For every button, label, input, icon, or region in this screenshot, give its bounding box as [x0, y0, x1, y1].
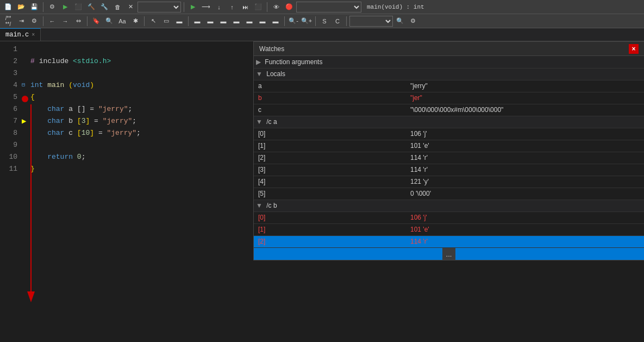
- ind-10: [22, 151, 30, 163]
- ca-1-name: [1]: [254, 140, 406, 152]
- expand-locals[interactable]: ▼: [256, 70, 262, 78]
- run-btn[interactable]: ▶: [59, 1, 71, 13]
- indent-btn[interactable]: ⇥: [15, 15, 27, 27]
- ca-4-row[interactable]: [4] 121 'y': [254, 176, 644, 188]
- sep4: [43, 16, 43, 26]
- zoom-in-btn[interactable]: 🔍+: [301, 15, 312, 27]
- settings-btn[interactable]: ⚙: [46, 1, 58, 13]
- open-btn[interactable]: 📂: [15, 1, 27, 13]
- line-num-3: 3: [0, 67, 17, 79]
- var-c-value: "\000\000\000x#m\000\000\000": [406, 104, 569, 116]
- ind-1: [22, 43, 30, 55]
- expand-c-b[interactable]: ▼: [256, 202, 262, 209]
- function-args-row: ▶ Function arguments: [254, 56, 644, 68]
- cb-1-row[interactable]: [1] 101 'e': [254, 223, 644, 235]
- watch-btn[interactable]: 👁: [270, 1, 282, 13]
- ca-3-row[interactable]: [3] 114 'r': [254, 164, 644, 176]
- line-indicators: ⊟ ▶: [22, 41, 30, 342]
- sep7: [188, 16, 189, 26]
- c-a-extra: [569, 116, 644, 128]
- search-btn[interactable]: 🔍: [103, 15, 115, 27]
- S-btn[interactable]: S: [318, 15, 330, 27]
- line-num-8: 8: [0, 127, 17, 139]
- watches-footer-dots-btn[interactable]: ...: [442, 248, 455, 260]
- cb-2-row[interactable]: [2] 114 'r': [254, 235, 644, 247]
- options-btn[interactable]: ⚙: [28, 15, 40, 27]
- clean-btn[interactable]: 🗑: [111, 1, 123, 13]
- comment-btn[interactable]: /** **/: [2, 15, 14, 27]
- b4[interactable]: ▬: [230, 15, 242, 27]
- expand-c-a[interactable]: ▼: [256, 118, 262, 126]
- ca-5-row[interactable]: [5] 0 '\000': [254, 188, 644, 200]
- ca-0-extra: [569, 128, 644, 140]
- find-btn[interactable]: 🔍: [394, 15, 406, 27]
- new-file-btn[interactable]: 📄: [2, 1, 14, 13]
- ca-1-extra: [569, 140, 644, 152]
- var-c-row[interactable]: c "\000\000\000x#m\000\000\000": [254, 104, 644, 116]
- b2[interactable]: ▬: [204, 15, 216, 27]
- breakpoint-icon: [22, 96, 28, 102]
- asterisk-btn[interactable]: ✱: [129, 15, 141, 27]
- var-b-value: "jer": [406, 92, 569, 104]
- b7[interactable]: ▬: [270, 15, 282, 27]
- debug-next-btn[interactable]: ⟶: [200, 1, 212, 13]
- b3[interactable]: ▬: [217, 15, 229, 27]
- jump-btn[interactable]: ⇔: [72, 15, 84, 27]
- var-a-row[interactable]: a "jerry": [254, 80, 644, 92]
- tab-main-c[interactable]: main.c ×: [0, 28, 41, 41]
- watches-close-btn[interactable]: ×: [629, 44, 639, 54]
- line-num-11: 11: [0, 163, 17, 175]
- C-btn[interactable]: C: [332, 15, 343, 27]
- zoom-out-btn[interactable]: 🔍-: [287, 15, 299, 27]
- ca-1-row[interactable]: [1] 101 'e': [254, 140, 644, 152]
- debug-step-out-btn[interactable]: ↑: [226, 1, 238, 13]
- debug-stop-btn[interactable]: ⬛: [252, 1, 264, 13]
- debug-build-btn[interactable]: 🔧: [98, 1, 110, 13]
- debug-continue-btn[interactable]: ⏭: [239, 1, 251, 13]
- scope-dropdown[interactable]: <global>: [296, 2, 361, 13]
- forward-btn[interactable]: →: [59, 15, 71, 27]
- ind-5-breakpoint[interactable]: [22, 91, 30, 103]
- abort-btn[interactable]: ✕: [124, 1, 136, 13]
- debug-mode-dropdown[interactable]: Debug: [137, 2, 181, 13]
- tab-bar: main.c ×: [0, 28, 644, 41]
- var-b-row[interactable]: b "jer": [254, 92, 644, 104]
- find-dropdown[interactable]: [349, 16, 393, 27]
- code-content[interactable]: # include <stdio.h> int main (void) { ch…: [30, 41, 250, 342]
- save-btn[interactable]: 💾: [28, 1, 40, 13]
- bookmark-btn[interactable]: 🔖: [90, 15, 102, 27]
- line-2: [30, 69, 35, 77]
- stop-btn[interactable]: ⬛: [72, 1, 84, 13]
- expand-func-args[interactable]: ▶: [256, 58, 261, 66]
- debug-run-btn[interactable]: ▶: [187, 1, 199, 13]
- ca-0-name: [0]: [254, 128, 406, 140]
- sep8: [284, 16, 285, 26]
- watches-footer-input-area[interactable]: [254, 248, 442, 260]
- debug-step-btn[interactable]: ↓: [213, 1, 225, 13]
- b5[interactable]: ▬: [243, 15, 255, 27]
- code-editor[interactable]: 1 2 3 4 5 6 7 8 9 10 11 ⊟: [0, 41, 250, 342]
- back-btn[interactable]: ←: [46, 15, 58, 27]
- ca-2-name: [2]: [254, 152, 406, 164]
- watches-footer-right-area[interactable]: [455, 248, 644, 260]
- cursor-btn[interactable]: ↖: [147, 15, 159, 27]
- rect-btn[interactable]: ▭: [160, 15, 172, 27]
- font-btn[interactable]: Aa: [116, 15, 128, 27]
- cb-0-row[interactable]: [0] 106 'j': [254, 212, 644, 223]
- col-btn[interactable]: ▬: [173, 15, 185, 27]
- b6[interactable]: ▬: [257, 15, 268, 27]
- ca-4-value: 121 'y': [406, 176, 569, 188]
- b1[interactable]: ▬: [191, 15, 203, 27]
- cb-2-name: [2]: [254, 235, 406, 247]
- var-c-extra: [569, 104, 644, 116]
- breakpoints-btn[interactable]: 🔴: [283, 1, 295, 13]
- ca-0-row[interactable]: [0] 106 'j': [254, 128, 644, 140]
- build-btn[interactable]: 🔨: [85, 1, 97, 13]
- watches-title: Watches: [259, 45, 284, 53]
- line-num-1: 1: [0, 43, 17, 55]
- ca-2-row[interactable]: [2] 114 'r': [254, 152, 644, 164]
- find-options-btn[interactable]: ⚙: [407, 15, 419, 27]
- tab-close-btn[interactable]: ×: [32, 32, 35, 38]
- toolbar-top: 📄 📂 💾 ⚙ ▶ ⬛ 🔨 🔧 🗑 ✕ Debug ▶ ⟶ ↓ ↑ ⏭ ⬛ 👁 …: [0, 0, 644, 14]
- line-numbers: 1 2 3 4 5 6 7 8 9 10 11: [0, 41, 22, 342]
